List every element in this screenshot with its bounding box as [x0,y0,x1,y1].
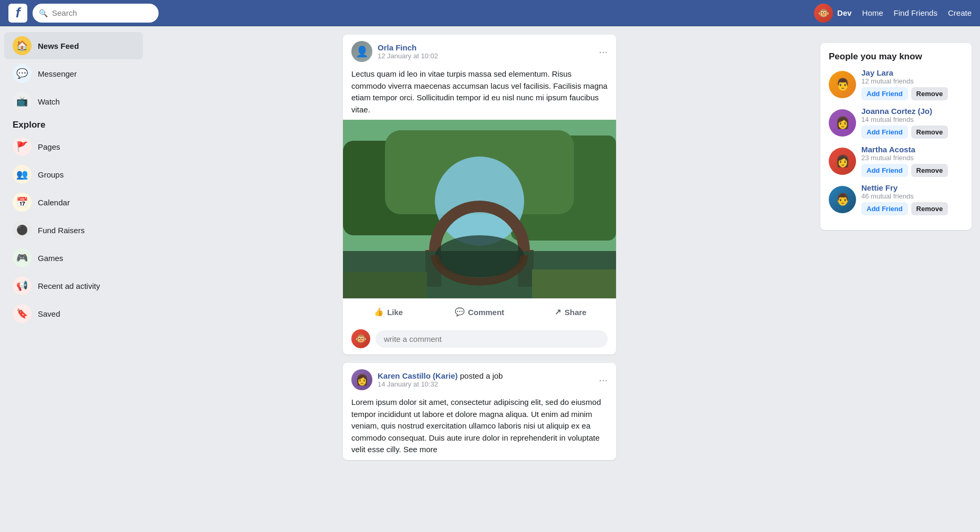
post-body: Lectus quam id leo in vitae turpis massa… [343,62,616,120]
sidebar-item-recent-ad-activity[interactable]: 📢 Recent ad activity [4,272,143,299]
post-author-name[interactable]: Karen Castillo (Karie) posted a job [378,371,503,380]
comment-button[interactable]: 💬 Comment [438,303,520,321]
post-body: Lorem ipsum dolor sit amet, consectetur … [343,390,616,460]
groups-icon: 👥 [13,165,32,184]
like-button[interactable]: 👍 Like [347,303,430,321]
post-more-button[interactable]: ··· [599,374,608,385]
header: f 🔍 🐵 Dev Home Find Friends Create [0,0,980,26]
remove-button[interactable]: Remove [911,202,948,215]
person-item: 👨 Jay Lara 12 mutual friends Add Friend … [829,68,963,100]
news-feed-icon: 🏠 [13,36,32,55]
share-button[interactable]: ↗ Share [529,303,612,321]
post-author-text: Karen Castillo (Karie) [378,371,458,380]
add-friend-button[interactable]: Add Friend [861,87,908,100]
person-mutual: 14 mutual friends [861,116,963,123]
person-name[interactable]: Joanna Cortez (Jo) [861,107,963,116]
sidebar-item-fund-raisers[interactable]: ⚫ Fund Raisers [4,216,143,244]
pages-icon: 🚩 [13,137,32,156]
like-icon: 👍 [374,307,384,317]
main-feed: 👤 Orla Finch 12 January at 10:02 ··· Lec… [147,26,812,532]
remove-button[interactable]: Remove [911,164,948,177]
post-comment-area: 🐵 [343,325,616,354]
svg-rect-9 [343,272,427,298]
person-mutual: 12 mutual friends [861,77,963,85]
like-label: Like [387,308,403,317]
facebook-logo[interactable]: f [8,4,27,23]
user-name: Dev [837,8,852,17]
person-name[interactable]: Jay Lara [861,68,963,77]
explore-label: Explore [0,116,147,132]
saved-icon: 🔖 [13,304,32,323]
add-friend-button[interactable]: Add Friend [861,202,908,215]
person-avatar-nettie-fry: 👨 [829,186,856,213]
share-label: Share [565,308,587,317]
search-input[interactable] [52,8,152,17]
sidebar: 🏠 News Feed 💬 Messenger 📺 Watch Explore … [0,26,147,532]
bridge-svg [343,120,616,298]
nav-home[interactable]: Home [862,8,883,17]
remove-button[interactable]: Remove [911,87,948,100]
sidebar-item-games[interactable]: 🎮 Games [4,244,143,272]
add-friend-button[interactable]: Add Friend [861,164,908,177]
nav-create[interactable]: Create [948,8,972,17]
person-avatar-joanna-cortez: 👩 [829,109,856,137]
add-friend-button[interactable]: Add Friend [861,126,908,139]
person-mutual: 46 mutual friends [861,192,963,200]
post-more-button[interactable]: ··· [599,46,608,57]
person-item: 👩 Martha Acosta 23 mutual friends Add Fr… [829,145,963,177]
search-bar[interactable]: 🔍 [33,4,159,23]
avatar: 🐵 [814,4,833,23]
header-nav: 🐵 Dev Home Find Friends Create [814,4,972,23]
recent-ad-icon: 📢 [13,276,32,295]
sidebar-item-watch[interactable]: 📺 Watch [4,88,143,115]
remove-button[interactable]: Remove [911,126,948,139]
comment-input[interactable] [376,330,608,348]
commenter-avatar: 🐵 [351,329,370,348]
right-panel: People you may know 👨 Jay Lara 12 mutual… [812,35,980,238]
calendar-icon: 📅 [13,193,32,212]
nav-find-friends[interactable]: Find Friends [894,8,937,17]
comment-icon: 💬 [455,307,465,317]
sidebar-label-groups: Groups [38,170,64,179]
post-header: 👩 Karen Castillo (Karie) posted a job 14… [343,363,616,390]
sidebar-item-groups[interactable]: 👥 Groups [4,161,143,188]
people-card-title: People you may know [829,51,963,62]
fund-raisers-icon: ⚫ [13,221,32,239]
games-icon: 🎮 [13,248,32,267]
post-time: 14 January at 10:32 [378,380,503,388]
person-avatar-jay-lara: 👨 [829,71,856,98]
post-time: 12 January at 10:02 [378,52,438,60]
sidebar-label-watch: Watch [38,97,60,106]
people-you-may-know-card: People you may know 👨 Jay Lara 12 mutual… [820,43,972,230]
sidebar-item-saved[interactable]: 🔖 Saved [4,300,143,327]
person-item: 👨 Nettie Fry 46 mutual friends Add Frien… [829,183,963,215]
post-image [343,120,616,298]
sidebar-item-messenger[interactable]: 💬 Messenger [4,60,143,87]
post-card: 👤 Orla Finch 12 January at 10:02 ··· Lec… [343,35,616,354]
post-author-avatar: 👩 [351,369,372,390]
sidebar-label-games: Games [38,254,63,263]
sidebar-label-recent-ad: Recent ad activity [38,281,100,290]
person-name[interactable]: Martha Acosta [861,145,963,154]
sidebar-item-calendar[interactable]: 📅 Calendar [4,189,143,216]
comment-label: Comment [468,308,504,317]
sidebar-label-pages: Pages [38,142,60,151]
post-author-name[interactable]: Orla Finch [378,43,438,52]
post-header: 👤 Orla Finch 12 January at 10:02 ··· [343,35,616,62]
user-badge[interactable]: 🐵 Dev [814,4,852,23]
sidebar-label-fund-raisers: Fund Raisers [38,226,85,235]
sidebar-label-news-feed: News Feed [38,41,79,50]
sidebar-item-pages[interactable]: 🚩 Pages [4,133,143,160]
person-name[interactable]: Nettie Fry [861,183,963,192]
sidebar-label-calendar: Calendar [38,198,70,207]
sidebar-label-saved: Saved [38,309,60,318]
person-item: 👩 Joanna Cortez (Jo) 14 mutual friends A… [829,107,963,139]
messenger-icon: 💬 [13,64,32,83]
person-avatar-martha-acosta: 👩 [829,148,856,175]
share-icon: ↗ [555,307,561,317]
post-author-action: posted a job [460,371,503,380]
sidebar-item-news-feed[interactable]: 🏠 News Feed [4,32,143,59]
svg-rect-10 [532,269,616,298]
post-card: 👩 Karen Castillo (Karie) posted a job 14… [343,363,616,460]
person-mutual: 23 mutual friends [861,154,963,162]
